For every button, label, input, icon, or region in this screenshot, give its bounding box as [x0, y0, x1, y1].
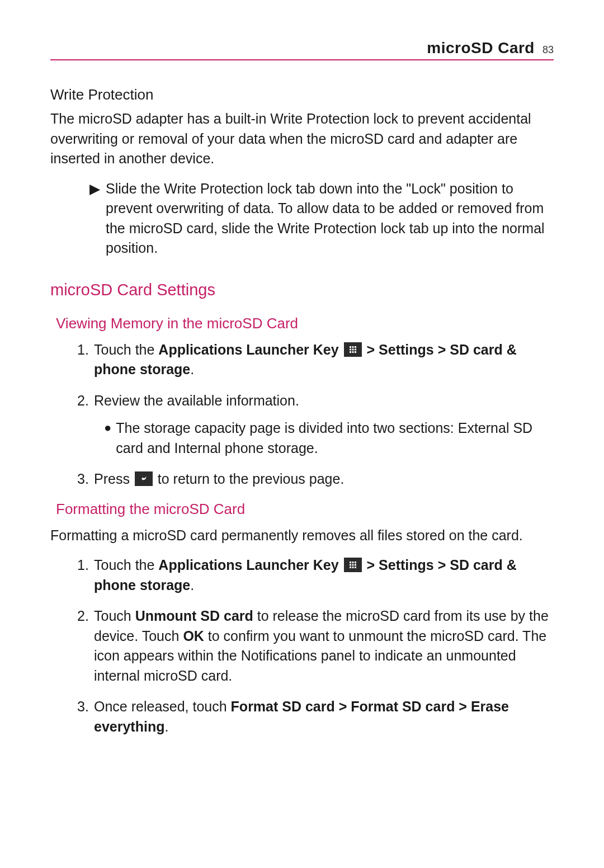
steps-viewing-memory: Touch the Applications Launcher Key > Se… [77, 340, 554, 489]
text: Touch the [94, 342, 158, 357]
svg-rect-4 [352, 348, 353, 350]
heading-settings: microSD Card Settings [50, 281, 554, 299]
triangle-bullet-icon: ▶ [89, 179, 100, 258]
para-formatting: Formatting a microSD card permanently re… [50, 526, 554, 546]
svg-rect-0 [350, 346, 351, 348]
page-header: microSD Card 83 [50, 39, 554, 60]
step-1: Touch the Applications Launcher Key > Se… [77, 555, 554, 595]
svg-rect-8 [355, 351, 356, 353]
subheading-formatting: Formatting the microSD Card [56, 501, 554, 518]
apps-launcher-icon [344, 342, 362, 357]
text: Press [94, 471, 134, 487]
text: Once released, touch [94, 699, 231, 714]
bold-text: Applications Launcher Key [158, 342, 338, 357]
text: The storage capacity page is divided int… [116, 418, 554, 458]
svg-rect-3 [350, 348, 351, 350]
subheading-viewing-memory: Viewing Memory in the microSD Card [56, 315, 554, 332]
dot: . [190, 577, 194, 593]
svg-rect-7 [352, 351, 353, 353]
svg-rect-10 [352, 562, 353, 563]
text: Review the available information. [94, 393, 299, 408]
dot: . [164, 719, 168, 734]
svg-rect-6 [350, 351, 351, 353]
svg-rect-13 [352, 564, 353, 566]
para-write-protection: The microSD adapter has a built-in Write… [50, 109, 554, 169]
step-3: Once released, touch Format SD card > Fo… [77, 697, 554, 737]
svg-rect-5 [355, 348, 356, 350]
svg-rect-16 [352, 567, 353, 568]
svg-rect-12 [350, 564, 351, 566]
text: Touch [94, 608, 135, 624]
text: Touch the [94, 557, 158, 573]
step-3: Press to return to the previous page. [77, 469, 554, 489]
bold-text: Applications Launcher Key [158, 557, 338, 573]
svg-rect-9 [350, 562, 351, 563]
apps-launcher-icon [344, 558, 362, 572]
steps-formatting: Touch the Applications Launcher Key > Se… [77, 555, 554, 737]
back-key-icon [135, 471, 153, 486]
svg-rect-11 [355, 562, 356, 563]
svg-rect-15 [350, 567, 351, 568]
dot: . [190, 361, 194, 377]
bullet-block: ▶ Slide the Write Protection lock tab do… [89, 179, 554, 258]
text: to return to the previous page. [154, 471, 345, 487]
svg-rect-2 [355, 346, 356, 348]
page-number: 83 [542, 44, 554, 56]
bullet-dot-icon: ● [104, 418, 111, 458]
heading-write-protection: Write Protection [50, 86, 554, 103]
bullet-text: Slide the Write Protection lock tab down… [106, 179, 554, 258]
bold-text: OK [183, 628, 204, 644]
step-2: Review the available information. ● The … [77, 391, 554, 459]
svg-rect-17 [355, 567, 356, 568]
step-2: Touch Unmount SD card to release the mic… [77, 606, 554, 686]
inner-bullet: ● The storage capacity page is divided i… [104, 418, 554, 458]
gt: > [363, 342, 379, 357]
bold-text: Unmount SD card [135, 608, 253, 624]
step-1: Touch the Applications Launcher Key > Se… [77, 340, 554, 380]
header-title: microSD Card [427, 39, 535, 57]
svg-rect-14 [355, 564, 356, 566]
svg-rect-1 [352, 346, 353, 348]
gt: > [363, 557, 379, 573]
